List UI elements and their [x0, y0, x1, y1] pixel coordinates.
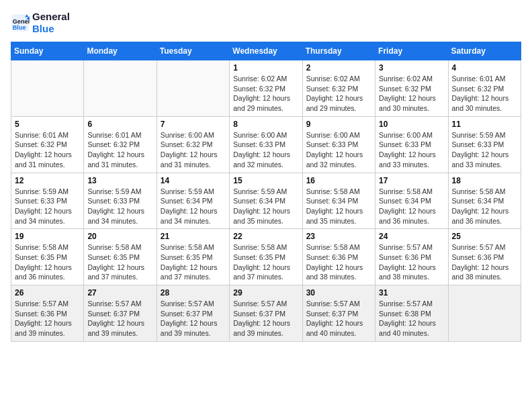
day-info: Sunrise: 5:58 AMSunset: 6:34 PMDaylight:…: [306, 187, 371, 226]
day-info: Sunrise: 6:00 AMSunset: 6:33 PMDaylight:…: [379, 130, 444, 170]
day-info: Sunrise: 6:01 AMSunset: 6:32 PMDaylight:…: [15, 130, 80, 170]
day-info: Sunrise: 5:57 AMSunset: 6:37 PMDaylight:…: [233, 299, 298, 338]
day-number: 18: [452, 176, 517, 185]
header: General Blue General Blue: [11, 11, 521, 35]
weekday-sunday: Sunday: [11, 42, 84, 60]
day-info: Sunrise: 5:58 AMSunset: 6:35 PMDaylight:…: [15, 242, 80, 282]
day-number: 12: [15, 176, 80, 185]
day-cell: 21Sunrise: 5:58 AMSunset: 6:35 PMDayligh…: [157, 229, 229, 285]
day-cell: 19Sunrise: 5:58 AMSunset: 6:35 PMDayligh…: [11, 229, 84, 285]
day-info: Sunrise: 5:57 AMSunset: 6:38 PMDaylight:…: [379, 299, 444, 338]
day-info: Sunrise: 5:59 AMSunset: 6:33 PMDaylight:…: [87, 187, 152, 226]
day-info: Sunrise: 5:59 AMSunset: 6:34 PMDaylight:…: [161, 187, 226, 226]
day-info: Sunrise: 5:58 AMSunset: 6:36 PMDaylight:…: [306, 242, 371, 282]
day-cell: 28Sunrise: 5:57 AMSunset: 6:37 PMDayligh…: [157, 285, 229, 342]
weekday-monday: Monday: [84, 42, 157, 60]
day-number: 19: [15, 232, 80, 241]
weekday-saturday: Saturday: [448, 42, 521, 60]
weekday-header-row: SundayMondayTuesdayWednesdayThursdayFrid…: [11, 42, 521, 60]
calendar: SundayMondayTuesdayWednesdayThursdayFrid…: [11, 42, 521, 342]
day-cell: 30Sunrise: 5:57 AMSunset: 6:37 PMDayligh…: [302, 285, 375, 342]
day-cell: 6Sunrise: 6:01 AMSunset: 6:32 PMDaylight…: [84, 116, 157, 173]
day-cell: 2Sunrise: 6:02 AMSunset: 6:32 PMDaylight…: [302, 60, 375, 117]
day-number: 1: [233, 63, 298, 73]
day-cell: 31Sunrise: 5:57 AMSunset: 6:38 PMDayligh…: [375, 285, 448, 342]
day-cell: 11Sunrise: 5:59 AMSunset: 6:33 PMDayligh…: [448, 116, 521, 173]
day-cell: 20Sunrise: 5:58 AMSunset: 6:35 PMDayligh…: [84, 229, 157, 285]
week-row-2: 5Sunrise: 6:01 AMSunset: 6:32 PMDaylight…: [11, 116, 521, 173]
day-info: Sunrise: 5:58 AMSunset: 6:35 PMDaylight:…: [161, 242, 226, 282]
logo-icon: General Blue: [11, 13, 30, 32]
day-number: 6: [87, 120, 152, 129]
day-cell: [157, 60, 229, 117]
day-cell: 24Sunrise: 5:57 AMSunset: 6:36 PMDayligh…: [375, 229, 448, 285]
day-info: Sunrise: 6:02 AMSunset: 6:32 PMDaylight:…: [233, 74, 298, 113]
day-number: 2: [306, 63, 371, 73]
day-info: Sunrise: 6:00 AMSunset: 6:33 PMDaylight:…: [306, 130, 371, 170]
day-info: Sunrise: 5:57 AMSunset: 6:37 PMDaylight:…: [87, 299, 152, 338]
day-number: 27: [87, 288, 152, 298]
day-number: 9: [306, 120, 371, 129]
day-cell: 1Sunrise: 6:02 AMSunset: 6:32 PMDaylight…: [230, 60, 302, 117]
day-info: Sunrise: 6:01 AMSunset: 6:32 PMDaylight:…: [87, 130, 152, 170]
day-number: 28: [161, 288, 226, 298]
day-info: Sunrise: 5:57 AMSunset: 6:36 PMDaylight:…: [452, 242, 517, 282]
day-number: 24: [379, 232, 444, 241]
day-cell: 13Sunrise: 5:59 AMSunset: 6:33 PMDayligh…: [84, 173, 157, 229]
day-cell: 10Sunrise: 6:00 AMSunset: 6:33 PMDayligh…: [375, 116, 448, 173]
page-container: General Blue General Blue SundayMondayTu…: [0, 0, 532, 349]
day-number: 5: [15, 120, 80, 129]
day-number: 11: [452, 120, 517, 129]
weekday-tuesday: Tuesday: [157, 42, 229, 60]
day-info: Sunrise: 6:00 AMSunset: 6:33 PMDaylight:…: [233, 130, 298, 170]
day-cell: 8Sunrise: 6:00 AMSunset: 6:33 PMDaylight…: [230, 116, 302, 173]
day-info: Sunrise: 5:59 AMSunset: 6:34 PMDaylight:…: [233, 187, 298, 226]
day-info: Sunrise: 6:00 AMSunset: 6:32 PMDaylight:…: [161, 130, 226, 170]
weekday-friday: Friday: [375, 42, 448, 60]
day-cell: 7Sunrise: 6:00 AMSunset: 6:32 PMDaylight…: [157, 116, 229, 173]
day-number: 22: [233, 232, 298, 241]
day-cell: 23Sunrise: 5:58 AMSunset: 6:36 PMDayligh…: [302, 229, 375, 285]
day-info: Sunrise: 6:02 AMSunset: 6:32 PMDaylight:…: [379, 74, 444, 113]
day-number: 30: [306, 288, 371, 298]
day-cell: 5Sunrise: 6:01 AMSunset: 6:32 PMDaylight…: [11, 116, 84, 173]
day-info: Sunrise: 5:57 AMSunset: 6:37 PMDaylight:…: [161, 299, 226, 338]
day-cell: [448, 285, 521, 342]
day-cell: 9Sunrise: 6:00 AMSunset: 6:33 PMDaylight…: [302, 116, 375, 173]
day-cell: 25Sunrise: 5:57 AMSunset: 6:36 PMDayligh…: [448, 229, 521, 285]
day-cell: 29Sunrise: 5:57 AMSunset: 6:37 PMDayligh…: [230, 285, 302, 342]
day-cell: [84, 60, 157, 117]
day-number: 15: [233, 176, 298, 185]
day-number: 3: [379, 63, 444, 73]
day-cell: 17Sunrise: 5:58 AMSunset: 6:34 PMDayligh…: [375, 173, 448, 229]
day-number: 10: [379, 120, 444, 129]
day-cell: 16Sunrise: 5:58 AMSunset: 6:34 PMDayligh…: [302, 173, 375, 229]
day-cell: 3Sunrise: 6:02 AMSunset: 6:32 PMDaylight…: [375, 60, 448, 117]
day-info: Sunrise: 5:58 AMSunset: 6:35 PMDaylight:…: [233, 242, 298, 282]
day-number: 13: [87, 176, 152, 185]
day-number: 20: [87, 232, 152, 241]
day-cell: 14Sunrise: 5:59 AMSunset: 6:34 PMDayligh…: [157, 173, 229, 229]
day-info: Sunrise: 5:58 AMSunset: 6:35 PMDaylight:…: [87, 242, 152, 282]
logo-general: General: [32, 11, 70, 23]
day-number: 17: [379, 176, 444, 185]
day-number: 4: [452, 63, 517, 73]
day-number: 7: [161, 120, 226, 129]
week-row-5: 26Sunrise: 5:57 AMSunset: 6:36 PMDayligh…: [11, 285, 521, 342]
day-info: Sunrise: 5:57 AMSunset: 6:36 PMDaylight:…: [379, 242, 444, 282]
day-number: 21: [161, 232, 226, 241]
day-cell: 22Sunrise: 5:58 AMSunset: 6:35 PMDayligh…: [230, 229, 302, 285]
day-info: Sunrise: 5:58 AMSunset: 6:34 PMDaylight:…: [379, 187, 444, 226]
day-info: Sunrise: 6:01 AMSunset: 6:32 PMDaylight:…: [452, 74, 517, 113]
day-number: 23: [306, 232, 371, 241]
day-info: Sunrise: 5:58 AMSunset: 6:34 PMDaylight:…: [452, 187, 517, 226]
day-cell: 12Sunrise: 5:59 AMSunset: 6:33 PMDayligh…: [11, 173, 84, 229]
day-cell: 18Sunrise: 5:58 AMSunset: 6:34 PMDayligh…: [448, 173, 521, 229]
logo: General Blue General Blue: [11, 11, 70, 35]
day-info: Sunrise: 5:57 AMSunset: 6:37 PMDaylight:…: [306, 299, 371, 338]
day-cell: 27Sunrise: 5:57 AMSunset: 6:37 PMDayligh…: [84, 285, 157, 342]
weekday-wednesday: Wednesday: [230, 42, 302, 60]
day-number: 16: [306, 176, 371, 185]
day-cell: 26Sunrise: 5:57 AMSunset: 6:36 PMDayligh…: [11, 285, 84, 342]
day-cell: [11, 60, 84, 117]
